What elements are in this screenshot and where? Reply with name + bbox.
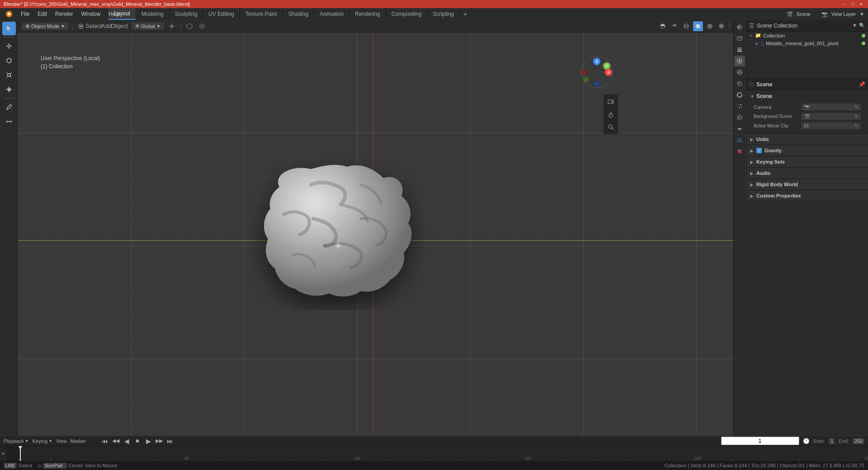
minimize-button[interactable]: − bbox=[841, 1, 847, 7]
scene-section-header[interactable]: ▼ Scene bbox=[750, 93, 864, 99]
maximize-button[interactable]: □ bbox=[849, 1, 856, 7]
movie-clip-edit-icon[interactable]: ✎ bbox=[854, 123, 858, 128]
measure-tool-button[interactable] bbox=[2, 115, 16, 128]
physics-properties-icon[interactable] bbox=[734, 112, 745, 123]
search-button[interactable] bbox=[605, 121, 617, 133]
view-menu-button[interactable] bbox=[76, 21, 86, 31]
render-properties-icon[interactable] bbox=[734, 22, 745, 33]
playhead[interactable] bbox=[20, 446, 21, 461]
proportional-edit-button[interactable] bbox=[197, 21, 207, 31]
constraints-properties-icon[interactable] bbox=[734, 123, 745, 134]
window-menu[interactable]: Window bbox=[77, 10, 104, 18]
material-properties-icon[interactable] bbox=[734, 146, 745, 157]
gravity-checkbox[interactable]: ✓ bbox=[756, 148, 762, 153]
transform-origin-button[interactable] bbox=[167, 21, 177, 31]
overlays-button[interactable] bbox=[658, 21, 668, 31]
render-menu[interactable]: Render bbox=[52, 10, 76, 18]
help-menu[interactable]: Help bbox=[105, 10, 123, 18]
tab-shading[interactable]: Shading bbox=[283, 8, 314, 20]
gravity-section-header[interactable]: ▶ ✓ Gravity bbox=[746, 145, 868, 156]
rendered-shading-button[interactable] bbox=[717, 21, 726, 31]
camera-value-field[interactable]: 📷 ✎ bbox=[802, 103, 861, 110]
blender-menu[interactable] bbox=[2, 9, 16, 19]
modifier-properties-icon[interactable] bbox=[734, 89, 745, 100]
z-neg-axis[interactable] bbox=[594, 81, 599, 87]
background-scene-value-field[interactable]: 🎬 ✎ bbox=[802, 113, 861, 120]
step-forward-button[interactable]: ▶▶ bbox=[155, 437, 164, 446]
visibility-dot[interactable] bbox=[862, 34, 865, 38]
z-pos-axis[interactable]: Z bbox=[593, 58, 600, 65]
wireframe-shading-button[interactable] bbox=[681, 21, 691, 31]
jump-to-start-button[interactable]: ⏮ bbox=[100, 437, 109, 446]
bg-scene-edit-icon[interactable]: ✎ bbox=[854, 114, 858, 119]
select-tool-button[interactable] bbox=[2, 22, 16, 35]
timeline-body[interactable]: ▼ 150100150200250 bbox=[0, 446, 868, 461]
scene-label[interactable]: Scene bbox=[797, 11, 811, 17]
snap-toggle-button[interactable] bbox=[184, 21, 194, 31]
object-menu-button[interactable]: Object bbox=[114, 21, 124, 31]
camera-edit-icon[interactable]: ✎ bbox=[854, 104, 858, 109]
visibility-dot-2[interactable] bbox=[862, 42, 865, 45]
properties-pin-icon[interactable]: 📌 bbox=[859, 81, 865, 88]
add-menu-button[interactable]: Add bbox=[101, 21, 111, 31]
viewport-3d[interactable]: User Perspective (Local) (1) Collection bbox=[18, 20, 746, 436]
view-layer-properties-icon[interactable] bbox=[734, 44, 745, 55]
file-menu[interactable]: File bbox=[17, 10, 33, 18]
gizmos-button[interactable] bbox=[670, 21, 679, 31]
add-workspace-button[interactable]: + bbox=[460, 9, 471, 19]
scale-tool-button[interactable] bbox=[2, 68, 16, 82]
view-layer-label[interactable]: View Layer bbox=[831, 11, 856, 17]
global-pivot-selector[interactable]: ⊕ Global ▼ bbox=[132, 22, 164, 30]
tab-uv-editing[interactable]: UV Editing bbox=[203, 8, 240, 20]
units-section-header[interactable]: ▶ Units bbox=[746, 134, 868, 145]
outliner-scene-collection-item[interactable]: ▼ 📁 Collection bbox=[746, 32, 868, 39]
tab-sculpting[interactable]: Sculpting bbox=[170, 8, 203, 20]
audio-section-header[interactable]: ▶ Audio bbox=[746, 168, 868, 179]
particles-properties-icon[interactable] bbox=[734, 101, 745, 112]
solid-shading-button[interactable] bbox=[693, 21, 703, 31]
timeline-ruler[interactable]: 150100150200250 bbox=[20, 446, 868, 461]
marker-menu[interactable]: Marker bbox=[71, 438, 86, 444]
lock-view-button[interactable] bbox=[605, 108, 617, 120]
keying-menu[interactable]: Keying ▼ bbox=[33, 438, 53, 444]
start-frame-value[interactable]: 1 bbox=[829, 438, 835, 444]
keying-sets-section-header[interactable]: ▶ Keying Sets bbox=[746, 156, 868, 167]
object-data-properties-icon[interactable] bbox=[734, 135, 745, 146]
select-menu-button[interactable]: Select bbox=[89, 21, 99, 31]
edit-menu[interactable]: Edit bbox=[34, 10, 51, 18]
move-tool-button[interactable] bbox=[2, 39, 16, 53]
filter-icon[interactable]: ▼ bbox=[859, 11, 864, 17]
outliner-filter-button[interactable]: ▼ bbox=[852, 23, 857, 28]
transform-tool-button[interactable] bbox=[2, 83, 16, 96]
outliner-search-button[interactable]: 🔍 bbox=[859, 23, 865, 28]
tab-scripting[interactable]: Scripting bbox=[427, 8, 460, 20]
world-properties-icon[interactable] bbox=[734, 67, 745, 78]
end-frame-value[interactable]: 250 bbox=[853, 438, 864, 444]
tab-rendering[interactable]: Rendering bbox=[349, 8, 386, 20]
object-mode-selector[interactable]: Object Mode ▼ bbox=[22, 23, 68, 30]
play-button[interactable]: ▶ bbox=[144, 437, 153, 446]
close-button[interactable]: × bbox=[858, 1, 864, 7]
rigid-body-world-section-header[interactable]: ▶ Rigid Body World bbox=[746, 179, 868, 190]
scene-properties-icon[interactable] bbox=[734, 56, 745, 66]
playback-menu[interactable]: Playback ▼ bbox=[4, 438, 29, 444]
output-properties-icon[interactable] bbox=[734, 33, 745, 44]
timeline-collapse-btn[interactable]: ▼ bbox=[0, 446, 6, 461]
jump-back-keyframe-button[interactable]: ◀◀ bbox=[111, 437, 120, 446]
x-neg-axis[interactable] bbox=[581, 70, 587, 75]
tab-texture-paint[interactable]: Texture Paint bbox=[240, 8, 283, 20]
material-shading-button[interactable] bbox=[705, 21, 715, 31]
y-neg-axis[interactable] bbox=[583, 77, 589, 82]
outliner-pivot-item[interactable]: ▶ △ Metallic_mineral_gold_001_pivot bbox=[746, 39, 868, 47]
tab-modeling[interactable]: Modeling bbox=[136, 8, 170, 20]
tab-animation[interactable]: Animation bbox=[314, 8, 349, 20]
tab-compositing[interactable]: Compositing bbox=[386, 8, 428, 20]
camera-view-button[interactable] bbox=[605, 96, 617, 108]
rotate-tool-button[interactable] bbox=[2, 54, 16, 67]
step-back-button[interactable]: ◀ bbox=[122, 437, 131, 446]
custom-properties-section-header[interactable]: ▶ Custom Properties bbox=[746, 190, 868, 201]
stop-button[interactable]: ⏹ bbox=[133, 437, 142, 446]
annotate-tool-button[interactable] bbox=[2, 100, 16, 114]
object-properties-icon[interactable] bbox=[734, 78, 745, 89]
view-menu[interactable]: View bbox=[56, 438, 67, 444]
